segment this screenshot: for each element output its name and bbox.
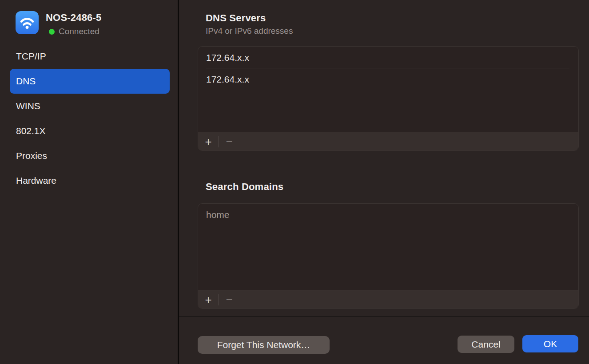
forget-network-button[interactable]: Forget This Network… [198,336,330,354]
dns-server-row[interactable]: 172.64.x.x [198,68,578,90]
cancel-button[interactable]: Cancel [458,336,514,353]
dns-server-value: 172.64.x.x [206,52,249,63]
network-header-text: NOS-2486-5 Connected [46,11,102,36]
sidebar-item-label: Proxies [16,150,47,161]
dns-servers-list-box: 172.64.x.x 172.64.x.x + − [198,46,579,151]
dns-server-row[interactable]: 172.64.x.x [198,47,578,68]
ok-button[interactable]: OK [522,335,578,352]
sidebar-item-label: Hardware [16,175,56,186]
toolbar-separator [219,136,219,147]
search-domains-list-box: home + − [198,203,579,309]
search-domains-title: Search Domains [206,181,283,193]
search-domain-row[interactable]: home [198,204,578,226]
network-details-window: NOS-2486-5 Connected TCP/IP DNS WINS 802… [0,0,589,364]
add-search-domain-button[interactable]: + [202,292,215,307]
content-pane: DNS Servers IPv4 or IPv6 addresses 172.6… [179,0,589,364]
sidebar-item-wins[interactable]: WINS [10,94,170,119]
add-dns-server-button[interactable]: + [202,134,215,149]
search-domains-rows: home [198,204,578,226]
sidebar-nav: TCP/IP DNS WINS 802.1X Proxies Hardware [10,44,170,193]
dns-server-value: 172.64.x.x [206,74,249,85]
sidebar-item-label: WINS [16,101,40,111]
sidebar: NOS-2486-5 Connected TCP/IP DNS WINS 802… [0,0,178,364]
sidebar-item-label: 802.1X [16,126,46,136]
network-name: NOS-2486-5 [46,12,102,24]
wifi-icon [16,11,39,34]
sidebar-item-tcp-ip[interactable]: TCP/IP [10,44,170,69]
remove-dns-server-button[interactable]: − [223,134,236,149]
remove-search-domain-button[interactable]: − [223,292,236,307]
toolbar-separator [219,294,219,305]
dns-servers-rows: 172.64.x.x 172.64.x.x [198,47,578,90]
network-header: NOS-2486-5 Connected [16,11,102,36]
dns-servers-title: DNS Servers [206,12,266,24]
dns-servers-toolbar: + − [198,132,578,150]
connected-status-dot-icon [49,29,55,35]
sidebar-item-802-1x[interactable]: 802.1X [10,119,170,143]
sidebar-item-proxies[interactable]: Proxies [10,143,170,168]
search-domain-value: home [206,210,230,220]
network-status: Connected [49,27,102,36]
network-status-label: Connected [59,27,99,36]
sidebar-item-label: DNS [16,76,36,87]
sidebar-item-dns[interactable]: DNS [10,69,170,94]
dns-servers-subtitle: IPv4 or IPv6 addresses [206,26,293,36]
search-domains-toolbar: + − [198,290,578,309]
footer-divider [179,316,589,317]
sidebar-item-label: TCP/IP [16,51,46,62]
sidebar-item-hardware[interactable]: Hardware [10,168,170,193]
